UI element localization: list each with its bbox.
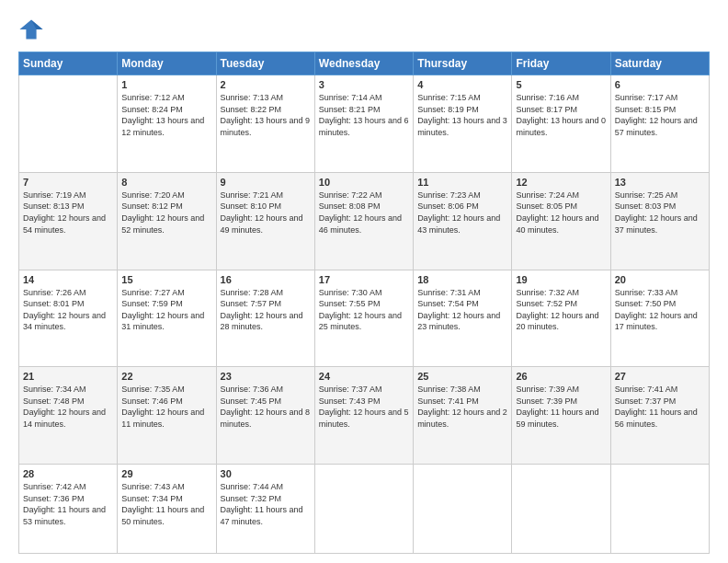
day-number: 29 xyxy=(121,468,211,479)
calendar-cell: 18Sunrise: 7:31 AMSunset: 7:54 PMDayligh… xyxy=(414,270,512,367)
day-info: Sunrise: 7:20 AMSunset: 8:12 PMDaylight:… xyxy=(121,190,211,236)
calendar-cell: 14Sunrise: 7:26 AMSunset: 8:01 PMDayligh… xyxy=(19,270,118,367)
day-number: 13 xyxy=(615,177,705,188)
calendar-cell: 16Sunrise: 7:28 AMSunset: 7:57 PMDayligh… xyxy=(216,270,314,367)
day-number: 11 xyxy=(417,177,507,188)
day-info: Sunrise: 7:27 AMSunset: 7:59 PMDaylight:… xyxy=(121,287,211,333)
day-number: 12 xyxy=(516,177,606,188)
calendar-cell: 25Sunrise: 7:38 AMSunset: 7:41 PMDayligh… xyxy=(414,367,512,465)
weekday-header-tuesday: Tuesday xyxy=(216,52,314,75)
day-number: 4 xyxy=(417,79,507,90)
day-info: Sunrise: 7:14 AMSunset: 8:21 PMDaylight:… xyxy=(319,92,409,138)
day-number: 23 xyxy=(221,371,311,382)
day-info: Sunrise: 7:12 AMSunset: 8:24 PMDaylight:… xyxy=(121,92,211,138)
day-info: Sunrise: 7:13 AMSunset: 8:22 PMDaylight:… xyxy=(221,92,311,138)
calendar-cell: 1Sunrise: 7:12 AMSunset: 8:24 PMDaylight… xyxy=(118,75,216,173)
day-info: Sunrise: 7:26 AMSunset: 8:01 PMDaylight:… xyxy=(23,287,113,333)
weekday-header-saturday: Saturday xyxy=(610,52,709,75)
day-number: 10 xyxy=(319,177,409,188)
day-number: 9 xyxy=(221,177,311,188)
day-info: Sunrise: 7:35 AMSunset: 7:46 PMDaylight:… xyxy=(121,384,211,430)
day-number: 1 xyxy=(121,79,211,90)
day-number: 28 xyxy=(23,468,113,479)
day-info: Sunrise: 7:16 AMSunset: 8:17 PMDaylight:… xyxy=(516,92,606,138)
calendar-cell: 4Sunrise: 7:15 AMSunset: 8:19 PMDaylight… xyxy=(414,75,512,173)
calendar-cell: 10Sunrise: 7:22 AMSunset: 8:08 PMDayligh… xyxy=(314,172,413,270)
calendar-cell xyxy=(19,75,118,173)
calendar-cell: 2Sunrise: 7:13 AMSunset: 8:22 PMDaylight… xyxy=(216,75,314,173)
day-info: Sunrise: 7:15 AMSunset: 8:19 PMDaylight:… xyxy=(417,92,507,138)
calendar-week-row: 1Sunrise: 7:12 AMSunset: 8:24 PMDaylight… xyxy=(19,75,710,173)
day-info: Sunrise: 7:19 AMSunset: 8:13 PMDaylight:… xyxy=(23,190,113,236)
day-number: 19 xyxy=(516,274,606,285)
calendar-cell: 24Sunrise: 7:37 AMSunset: 7:43 PMDayligh… xyxy=(314,367,413,465)
calendar-cell: 9Sunrise: 7:21 AMSunset: 8:10 PMDaylight… xyxy=(216,172,314,270)
day-info: Sunrise: 7:37 AMSunset: 7:43 PMDaylight:… xyxy=(319,384,409,430)
day-info: Sunrise: 7:30 AMSunset: 7:55 PMDaylight:… xyxy=(319,287,409,333)
calendar-cell xyxy=(414,465,512,554)
calendar-cell: 20Sunrise: 7:33 AMSunset: 7:50 PMDayligh… xyxy=(610,270,709,367)
day-number: 2 xyxy=(221,79,311,90)
day-number: 7 xyxy=(23,177,113,188)
calendar-cell: 23Sunrise: 7:36 AMSunset: 7:45 PMDayligh… xyxy=(216,367,314,465)
calendar-cell: 26Sunrise: 7:39 AMSunset: 7:39 PMDayligh… xyxy=(512,367,610,465)
day-number: 27 xyxy=(615,371,705,382)
calendar-cell: 3Sunrise: 7:14 AMSunset: 8:21 PMDaylight… xyxy=(314,75,413,173)
day-info: Sunrise: 7:31 AMSunset: 7:54 PMDaylight:… xyxy=(417,287,507,333)
day-number: 26 xyxy=(516,371,606,382)
day-number: 16 xyxy=(221,274,311,285)
calendar-cell: 22Sunrise: 7:35 AMSunset: 7:46 PMDayligh… xyxy=(118,367,216,465)
day-info: Sunrise: 7:22 AMSunset: 8:08 PMDaylight:… xyxy=(319,190,409,236)
weekday-header-sunday: Sunday xyxy=(19,52,118,75)
calendar-week-row: 21Sunrise: 7:34 AMSunset: 7:48 PMDayligh… xyxy=(19,367,710,465)
calendar-cell xyxy=(512,465,610,554)
weekday-header-monday: Monday xyxy=(118,52,216,75)
day-info: Sunrise: 7:21 AMSunset: 8:10 PMDaylight:… xyxy=(221,190,311,236)
calendar-cell: 29Sunrise: 7:43 AMSunset: 7:34 PMDayligh… xyxy=(118,465,216,554)
day-number: 15 xyxy=(121,274,211,285)
day-number: 14 xyxy=(23,274,113,285)
day-info: Sunrise: 7:39 AMSunset: 7:39 PMDaylight:… xyxy=(516,384,606,430)
calendar-cell: 7Sunrise: 7:19 AMSunset: 8:13 PMDaylight… xyxy=(19,172,118,270)
day-number: 25 xyxy=(417,371,507,382)
day-info: Sunrise: 7:42 AMSunset: 7:36 PMDaylight:… xyxy=(23,481,113,527)
day-number: 22 xyxy=(121,371,211,382)
day-number: 30 xyxy=(221,468,311,479)
page: SundayMondayTuesdayWednesdayThursdayFrid… xyxy=(0,0,728,563)
calendar-week-row: 28Sunrise: 7:42 AMSunset: 7:36 PMDayligh… xyxy=(19,465,710,554)
day-info: Sunrise: 7:24 AMSunset: 8:05 PMDaylight:… xyxy=(516,190,606,236)
day-number: 6 xyxy=(615,79,705,90)
day-number: 21 xyxy=(23,371,113,382)
day-info: Sunrise: 7:33 AMSunset: 7:50 PMDaylight:… xyxy=(615,287,705,333)
day-info: Sunrise: 7:34 AMSunset: 7:48 PMDaylight:… xyxy=(23,384,113,430)
calendar-cell xyxy=(610,465,709,554)
calendar-cell xyxy=(314,465,413,554)
calendar-cell: 8Sunrise: 7:20 AMSunset: 8:12 PMDaylight… xyxy=(118,172,216,270)
calendar-week-row: 7Sunrise: 7:19 AMSunset: 8:13 PMDaylight… xyxy=(19,172,710,270)
day-info: Sunrise: 7:38 AMSunset: 7:41 PMDaylight:… xyxy=(417,384,507,430)
calendar-cell: 13Sunrise: 7:25 AMSunset: 8:03 PMDayligh… xyxy=(610,172,709,270)
day-number: 24 xyxy=(319,371,409,382)
day-number: 3 xyxy=(319,79,409,90)
day-info: Sunrise: 7:25 AMSunset: 8:03 PMDaylight:… xyxy=(615,190,705,236)
calendar-cell: 15Sunrise: 7:27 AMSunset: 7:59 PMDayligh… xyxy=(118,270,216,367)
day-number: 18 xyxy=(417,274,507,285)
day-info: Sunrise: 7:17 AMSunset: 8:15 PMDaylight:… xyxy=(615,92,705,138)
calendar-week-row: 14Sunrise: 7:26 AMSunset: 8:01 PMDayligh… xyxy=(19,270,710,367)
day-info: Sunrise: 7:44 AMSunset: 7:32 PMDaylight:… xyxy=(221,481,311,527)
calendar-cell: 6Sunrise: 7:17 AMSunset: 8:15 PMDaylight… xyxy=(610,75,709,173)
calendar-cell: 12Sunrise: 7:24 AMSunset: 8:05 PMDayligh… xyxy=(512,172,610,270)
day-info: Sunrise: 7:43 AMSunset: 7:34 PMDaylight:… xyxy=(121,481,211,527)
day-info: Sunrise: 7:23 AMSunset: 8:06 PMDaylight:… xyxy=(417,190,507,236)
weekday-header-wednesday: Wednesday xyxy=(314,52,413,75)
calendar-cell: 21Sunrise: 7:34 AMSunset: 7:48 PMDayligh… xyxy=(19,367,118,465)
calendar-cell: 19Sunrise: 7:32 AMSunset: 7:52 PMDayligh… xyxy=(512,270,610,367)
day-info: Sunrise: 7:36 AMSunset: 7:45 PMDaylight:… xyxy=(221,384,311,430)
day-number: 5 xyxy=(516,79,606,90)
logo-icon xyxy=(18,17,44,42)
day-info: Sunrise: 7:41 AMSunset: 7:37 PMDaylight:… xyxy=(615,384,705,430)
day-number: 20 xyxy=(615,274,705,285)
day-info: Sunrise: 7:32 AMSunset: 7:52 PMDaylight:… xyxy=(516,287,606,333)
header xyxy=(18,17,710,42)
calendar-table: SundayMondayTuesdayWednesdayThursdayFrid… xyxy=(18,52,710,554)
